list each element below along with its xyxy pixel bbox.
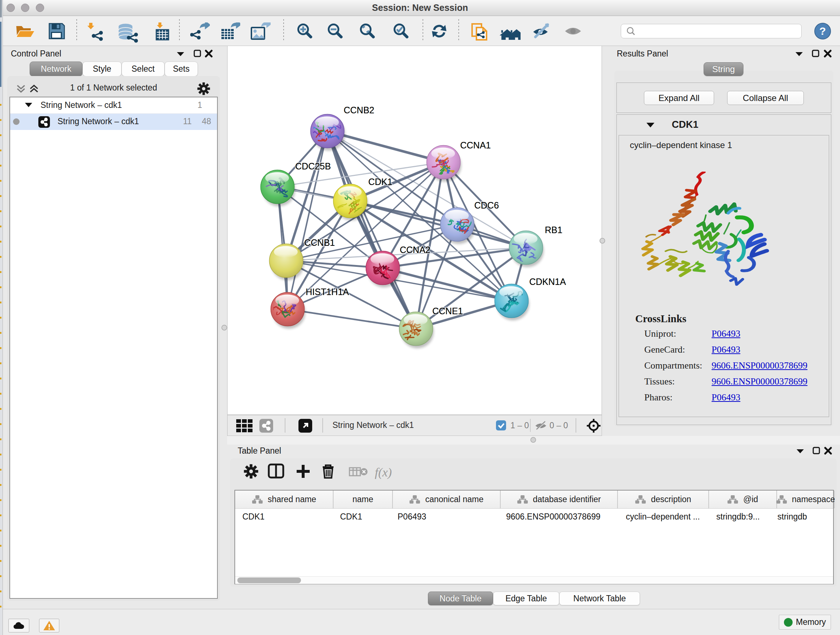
svg-text:CCNB2: CCNB2: [344, 105, 374, 115]
svg-text:?: ?: [819, 25, 826, 37]
svg-text:RB1: RB1: [545, 225, 562, 235]
svg-text:HIST1H1A: HIST1H1A: [306, 287, 349, 297]
svg-text:CCNB1: CCNB1: [304, 238, 335, 248]
svg-text:CCNA2: CCNA2: [400, 245, 431, 255]
svg-text:CCNA1: CCNA1: [460, 140, 491, 150]
svg-text:CCNE1: CCNE1: [432, 306, 463, 316]
svg-text:CDKN1A: CDKN1A: [529, 277, 566, 287]
svg-text:CDC6: CDC6: [474, 200, 499, 211]
svg-text:CDC25B: CDC25B: [295, 161, 331, 171]
svg-text:CDK1: CDK1: [368, 177, 393, 187]
